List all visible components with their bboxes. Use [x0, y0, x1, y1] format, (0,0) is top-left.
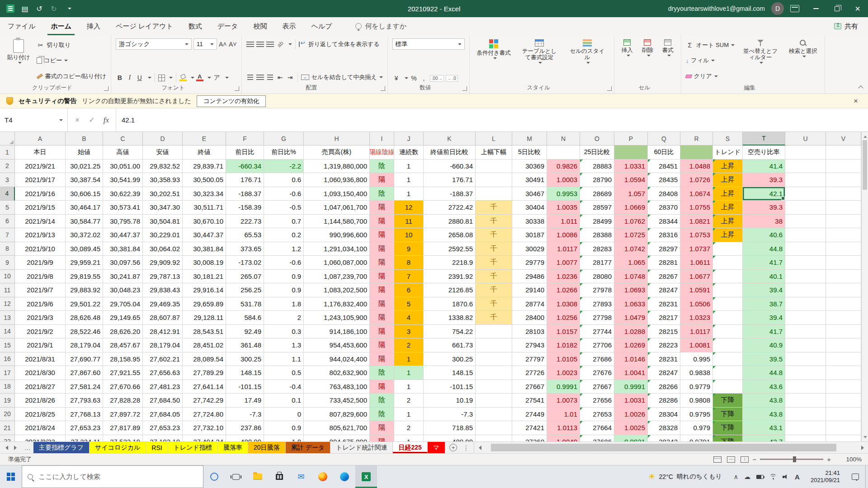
scroll-down-arrow[interactable] [862, 434, 868, 441]
column-header-O[interactable]: O [580, 132, 614, 145]
cell-N20[interactable]: 1.01 [547, 408, 580, 422]
firefox-button[interactable] [312, 465, 334, 488]
cell-K11[interactable]: 2126.85 [424, 283, 476, 297]
cell-B16[interactable]: 27,690.77 [66, 352, 103, 366]
zoom-slider[interactable] [760, 459, 823, 460]
cell-R14[interactable]: 1.0117 [680, 325, 713, 339]
cell-H18[interactable]: 763,483,100 [304, 380, 370, 394]
cell-Q12[interactable]: 28231 [648, 297, 680, 311]
cell-J16[interactable]: 1 [394, 352, 424, 366]
cell-O6[interactable]: 28499 [580, 215, 614, 229]
orientation-button[interactable]: ab [274, 38, 286, 50]
cell-H10[interactable]: 1,087,239,700 [304, 270, 370, 284]
onedrive-icon[interactable]: ☁ [744, 473, 750, 480]
cell-Q5[interactable]: 28370 [648, 201, 680, 215]
page-break-view-button[interactable] [741, 456, 749, 463]
cell-B17[interactable]: 27,867.60 [66, 366, 103, 380]
cell-M14[interactable]: 28103 [512, 325, 547, 339]
cell-H16[interactable]: 944,024,400 [304, 352, 370, 366]
cell-L16[interactable] [476, 352, 512, 366]
cell-V6[interactable] [826, 215, 861, 229]
sort-filter-button[interactable]: 並べ替えとフィルター [738, 38, 783, 83]
cell-Q20[interactable]: 28304 [648, 408, 680, 422]
cell-B3[interactable]: 30,387.54 [66, 173, 103, 187]
cell-U11[interactable] [785, 283, 826, 297]
cell-G7[interactable]: 0.2 [264, 228, 304, 242]
menu-tab-ページ レイアウト[interactable]: ページ レイアウト [108, 17, 181, 35]
cell-D14[interactable]: 28,412.91 [143, 325, 183, 339]
cell-D21[interactable]: 27,653.23 [143, 421, 183, 435]
tell-me-search[interactable]: 何をしますか [355, 22, 407, 31]
cell-K12[interactable]: 1870.6 [424, 297, 476, 311]
cell-S21[interactable]: 下降 [713, 421, 743, 435]
delete-cells-button[interactable]: 削除 [639, 38, 656, 83]
cell-N5[interactable]: 1.0035 [547, 201, 580, 215]
cell-G2[interactable]: -2.2 [264, 160, 304, 174]
cell-B21[interactable]: 27,653.23 [66, 421, 103, 435]
row-header-9[interactable]: 9 [0, 256, 15, 270]
cell-A13[interactable]: 2021/9/3 [15, 311, 66, 325]
cell-K3[interactable]: 176.71 [424, 173, 476, 187]
column-header-K[interactable]: K [424, 132, 476, 145]
cell-R2[interactable]: 1.0488 [680, 160, 713, 174]
column-header-T[interactable]: T [743, 132, 785, 145]
selected-cell-T4[interactable]: 42.1 [743, 187, 785, 201]
cell-E7[interactable]: 30,447.37 [183, 228, 226, 242]
font-color-button[interactable]: A [196, 74, 203, 81]
cell-H3[interactable]: 1,060,936,800 [304, 173, 370, 187]
cell-J1[interactable]: 連続数 [394, 145, 424, 160]
cell-I11[interactable]: 陽 [370, 283, 394, 297]
cell-T1[interactable]: 空売り比率 [743, 145, 785, 160]
cell-J2[interactable]: 1 [394, 160, 424, 174]
cell-E18[interactable]: 27,641.14 [183, 380, 226, 394]
cell-G17[interactable]: 0.5 [264, 366, 304, 380]
cell-K18[interactable]: -101.15 [424, 380, 476, 394]
cell-U15[interactable] [785, 338, 826, 352]
row-header-8[interactable]: 8 [0, 242, 15, 256]
row-header-1[interactable]: 1 [0, 145, 15, 160]
cell-I5[interactable]: 陽 [370, 201, 394, 215]
cell-H17[interactable]: 802,632,900 [304, 366, 370, 380]
cell-F6[interactable]: 222.73 [226, 215, 264, 229]
cell-M11[interactable]: 29140 [512, 283, 547, 297]
align-center-button[interactable] [256, 73, 264, 82]
edge-button[interactable] [334, 465, 355, 488]
volume-icon[interactable] [783, 474, 789, 479]
sheet-tab-20日騰落[interactable]: 20日騰落 [248, 442, 286, 453]
cell-Q22[interactable]: 28342 [648, 435, 680, 442]
align-bottom-button[interactable] [266, 40, 274, 49]
cell-J17[interactable]: 1 [394, 366, 424, 380]
column-header-N[interactable]: N [547, 132, 580, 145]
cell-D1[interactable]: 安値 [143, 145, 183, 160]
cell-S20[interactable]: 下降 [713, 408, 743, 422]
cell-I2[interactable]: 陰 [370, 160, 394, 174]
zoom-out-button[interactable]: − [752, 455, 756, 463]
cell-O16[interactable]: 27686 [580, 352, 614, 366]
cell-M17[interactable]: 27726 [512, 366, 547, 380]
format-painter-button[interactable]: 書式のコピー/貼り付け [37, 70, 106, 82]
row-header-14[interactable]: 14 [0, 325, 15, 339]
cell-U10[interactable] [785, 270, 826, 284]
cell-H19[interactable]: 733,452,500 [304, 394, 370, 408]
cell-Q2[interactable]: 28451 [648, 160, 680, 174]
cell-A22[interactable]: 2021/8/23 [15, 435, 66, 442]
cell-N21[interactable]: 1.0113 [547, 421, 580, 435]
paste-button[interactable]: 貼り付け [5, 38, 33, 83]
cell-P2[interactable]: 1.0331 [614, 160, 648, 174]
cell-N8[interactable]: 1.0117 [547, 242, 580, 256]
cell-U5[interactable] [785, 201, 826, 215]
cell-P15[interactable]: 1.0269 [614, 338, 648, 352]
sheet-tab-トレンド指標[interactable]: トレンド指標 [168, 442, 218, 453]
cell-B20[interactable]: 27,768.13 [66, 408, 103, 422]
cell-N6[interactable]: 1.011 [547, 215, 580, 229]
cell-B19[interactable]: 27,793.63 [66, 394, 103, 408]
cell-L11[interactable]: 千 [476, 283, 512, 297]
cell-Q18[interactable]: 28266 [648, 380, 680, 394]
cell-E20[interactable]: 27,724.80 [183, 408, 226, 422]
cell-I10[interactable]: 陽 [370, 270, 394, 284]
cell-T14[interactable]: 41.7 [743, 325, 785, 339]
cell-H11[interactable]: 1,083,202,500 [304, 283, 370, 297]
sheet-tab-マ[interactable]: マ [428, 442, 445, 453]
cell-D12[interactable]: 29,469.35 [143, 297, 183, 311]
increase-indent-button[interactable]: ⇥ [286, 73, 294, 82]
